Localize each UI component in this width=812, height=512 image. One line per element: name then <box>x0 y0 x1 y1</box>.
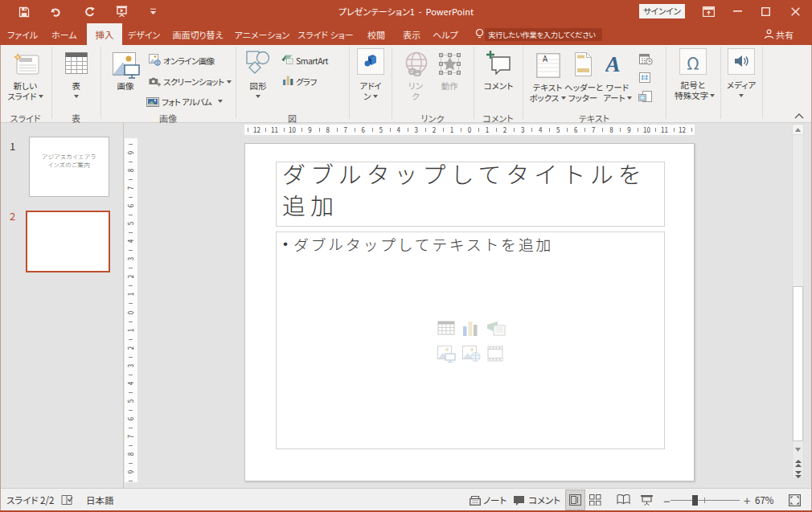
svg-text:A: A <box>605 53 621 75</box>
svg-text:A: A <box>543 53 548 64</box>
